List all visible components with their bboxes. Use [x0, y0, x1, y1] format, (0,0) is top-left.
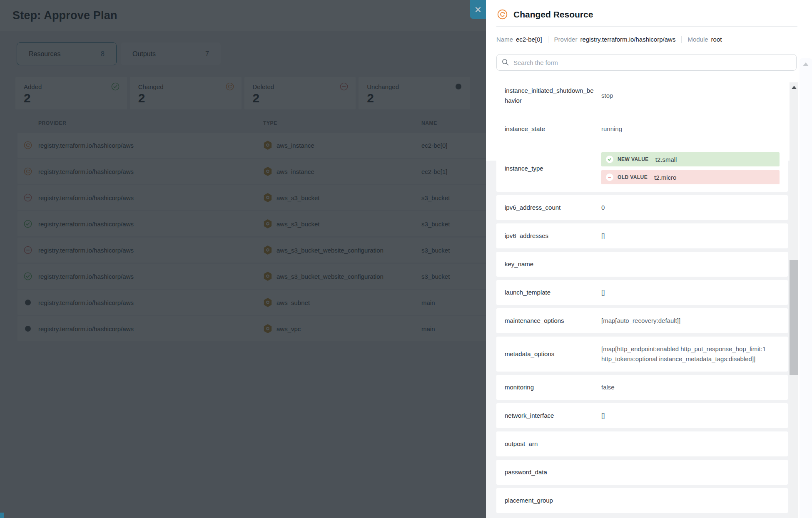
field-label: instance_initiated_shutdown_behavior	[505, 86, 601, 106]
meta-item: Name ec2-be[0]	[496, 36, 548, 43]
new-value-row: NEW VALUE t2.small	[601, 152, 780, 166]
changed-resource-drawer: Changed Resource Name ec2-be[0] Provider…	[486, 0, 812, 518]
resource-meta: Name ec2-be[0] Provider registry.terrafo…	[496, 36, 812, 43]
new-value-label: NEW VALUE	[618, 156, 649, 162]
old-value-minus-icon	[606, 173, 613, 181]
field-label: outpost_arn	[505, 439, 601, 449]
old-value-label: OLD VALUE	[618, 174, 648, 180]
field-row: instance_state running	[496, 116, 788, 141]
field-label: key_name	[505, 259, 601, 269]
drawer-backdrop[interactable]	[0, 0, 486, 518]
app-canvas: Step: Approve Plan Resources 8 Outputs 7…	[0, 0, 812, 518]
field-value: 0	[601, 203, 780, 213]
field-row: launch_template []	[496, 280, 788, 305]
drawer-scrollbar	[800, 58, 812, 518]
field-row: metadata_options [map[http_endpoint:enab…	[496, 337, 788, 372]
field-label: instance_type	[505, 164, 601, 173]
field-label: monitoring	[505, 382, 601, 392]
new-value-check-icon	[606, 156, 613, 163]
field-row: instance_type NEW VALUE t2.small OLD VAL…	[496, 145, 788, 192]
search-icon	[502, 59, 509, 66]
field-row: key_name	[496, 252, 788, 277]
meta-item: Module root	[681, 36, 727, 43]
field-row: ipv6_addresses []	[496, 223, 788, 248]
close-drawer-button[interactable]	[470, 0, 486, 19]
meta-value: root	[711, 36, 722, 43]
field-value: false	[601, 382, 780, 392]
old-value-row: OLD VALUE t2.micro	[601, 170, 780, 184]
drawer-header: Changed Resource	[486, 0, 812, 26]
field-value: []	[601, 288, 780, 297]
scroll-up-arrow[interactable]	[792, 86, 797, 89]
field-row: instance_initiated_shutdown_behavior sto…	[496, 78, 788, 113]
field-row: outpost_arn	[496, 431, 788, 456]
search-wrap	[496, 54, 797, 71]
field-value: running	[601, 124, 780, 134]
field-label: placement_group	[505, 496, 601, 506]
field-label: network_interface	[505, 411, 601, 421]
field-label: ipv6_addresses	[505, 231, 601, 241]
meta-value: ec2-be[0]	[516, 36, 542, 43]
old-value: t2.micro	[654, 174, 676, 181]
drawer-title: Changed Resource	[513, 10, 593, 20]
field-value: [map[http_endpoint:enabled http_put_resp…	[601, 344, 780, 364]
bottom-progress-strip	[0, 513, 4, 518]
field-value: []	[601, 231, 780, 241]
field-value: []	[601, 411, 780, 421]
close-icon	[474, 6, 482, 13]
meta-label: Module	[687, 36, 708, 43]
field-label: metadata_options	[505, 349, 601, 359]
field-diff: NEW VALUE t2.small OLD VALUE t2.micro	[601, 152, 780, 184]
field-row: maintenance_options [map[auto_recovery:d…	[496, 308, 788, 333]
field-label: password_data	[505, 467, 601, 477]
field-row: ipv6_address_count 0	[496, 195, 788, 220]
field-value: stop	[601, 91, 780, 101]
drawer-scroll-up-arrow[interactable]	[803, 62, 809, 66]
search-input[interactable]	[496, 54, 797, 71]
meta-label: Name	[496, 36, 513, 43]
field-label: launch_template	[505, 288, 601, 297]
changed-icon	[497, 9, 508, 20]
field-label: instance_state	[505, 124, 601, 134]
fields-list: instance_initiated_shutdown_behavior sto…	[496, 78, 788, 513]
meta-value: registry.terraform.io/hashicorp/aws	[580, 36, 675, 43]
field-row: network_interface []	[496, 403, 788, 428]
divider	[496, 26, 797, 27]
field-row: placement_group	[496, 488, 788, 513]
field-value: [map[auto_recovery:default]]	[601, 316, 780, 326]
scrollbar-thumb[interactable]	[790, 260, 798, 375]
fields-scrollbar	[790, 82, 798, 518]
field-label: maintenance_options	[505, 316, 601, 326]
meta-label: Provider	[554, 36, 578, 43]
field-row: monitoring false	[496, 375, 788, 400]
meta-item: Provider registry.terraform.io/hashicorp…	[548, 36, 682, 43]
field-row: password_data	[496, 460, 788, 485]
new-value: t2.small	[655, 156, 677, 163]
field-label: ipv6_address_count	[505, 203, 601, 213]
